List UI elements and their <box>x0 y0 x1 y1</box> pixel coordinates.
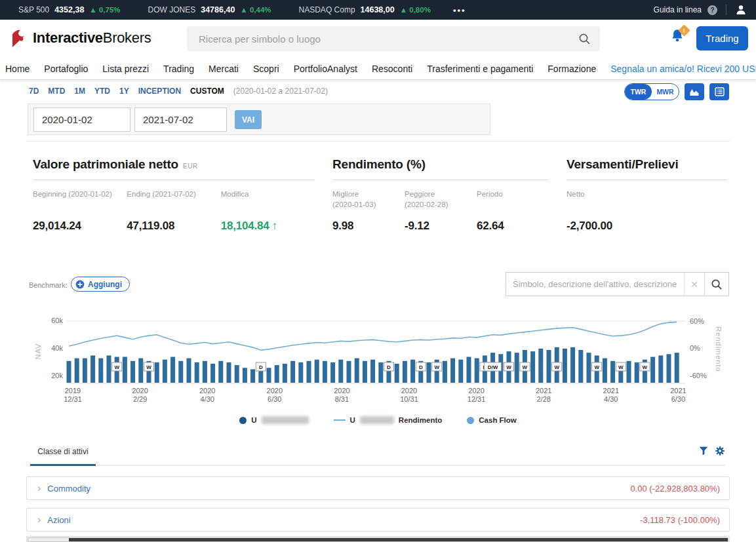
nav-bar <box>283 364 287 383</box>
row-value: -3,118.73 (-100.00%) <box>640 515 720 525</box>
period-preset-1m[interactable]: 1M <box>74 87 85 96</box>
rendimento-axis-tick: 60% <box>690 317 704 325</box>
help-icon[interactable]: ? <box>707 5 717 15</box>
nav-bar <box>538 349 543 383</box>
global-search-input[interactable] <box>199 33 578 45</box>
row-value: 0.00 (-22,928,803.80%) <box>630 484 720 494</box>
chevron-right-icon: › <box>37 483 41 494</box>
end-date-input[interactable] <box>134 107 227 132</box>
help-link[interactable]: Guida in linea <box>654 5 702 14</box>
benchmark-search-button[interactable] <box>704 273 728 296</box>
toggle-mwr[interactable]: MWR <box>652 84 679 100</box>
nav-item-home[interactable]: Home <box>5 64 30 74</box>
summary-panel-rendimento: Rendimento (%)Migliore(2020-01-03)9.98Pe… <box>332 157 549 233</box>
period-preset-mtd[interactable]: MTD <box>48 87 65 96</box>
nav-bar <box>267 368 271 383</box>
nav-item-lista-prezzi[interactable]: Lista prezzi <box>102 64 149 74</box>
ticker-more-button[interactable]: ••• <box>453 5 466 15</box>
cashflow-marker-label: W <box>114 364 119 370</box>
tab-classe-di-attivi[interactable]: Classe di attivi <box>30 447 96 456</box>
nav-bar <box>347 361 351 383</box>
nav-bar <box>675 353 679 383</box>
ticker-label: NASDAQ Comp <box>299 5 355 14</box>
x-axis-label-date: 2/28 <box>536 395 550 403</box>
nav-bar <box>243 368 247 383</box>
go-button[interactable]: VAI <box>235 110 262 129</box>
period-selector: 7DMTD1MYTD1YINCEPTION CUSTOM (2020-01-02… <box>29 87 328 96</box>
nav-item-trasferimenti-e-pagamenti[interactable]: Trasferimenti e pagamenti <box>427 64 533 74</box>
ticker-change: ▲ 0,75% <box>89 6 120 14</box>
nav-bar <box>123 357 127 383</box>
table-view-button[interactable] <box>709 83 729 100</box>
metric-value: 18,104.84↑ <box>221 220 315 233</box>
filter-icon[interactable] <box>699 446 708 455</box>
cashflow-marker-label: W <box>523 364 528 370</box>
metric-value: 29,014.24 <box>33 220 127 233</box>
nav-item-resoconti[interactable]: Resoconti <box>372 64 412 74</box>
nav-item-trading[interactable]: Trading <box>163 64 194 74</box>
summary-panel-versamenti-prelievi: Versamenti/PrelieviNetto-2,700.00 <box>567 157 728 233</box>
cashflow-marker-label: D <box>387 364 391 370</box>
nav-item-portfolioanalyst[interactable]: PortfolioAnalyst <box>294 64 357 74</box>
trading-button[interactable]: Trading <box>696 26 748 50</box>
x-axis-label-date: 6/30 <box>671 395 685 403</box>
ticker-item[interactable]: DOW JONES34786,40▲ 0,44% <box>148 5 271 14</box>
nav-bar <box>155 362 159 383</box>
add-benchmark-button[interactable]: Aggiungi <box>71 277 130 292</box>
nav-bar <box>90 355 95 383</box>
list-view-icon <box>715 87 725 96</box>
period-preset-ytd[interactable]: YTD <box>94 87 110 96</box>
ticker-list: S&P 5004352,38▲ 0,75%DOW JONES34786,40▲ … <box>18 5 431 14</box>
row-label[interactable]: Commodity <box>47 484 90 494</box>
ticker-item[interactable]: NASDAQ Comp14638,00▲ 0,80% <box>299 5 431 14</box>
chart-canvas[interactable]: 60k40k20k60%0%-60%NAVRendimentoWWDDDWDD/… <box>26 312 730 407</box>
toggle-twr[interactable]: TWR <box>625 84 652 100</box>
benchmark-search-input[interactable] <box>506 273 684 296</box>
clear-search-icon[interactable]: ✕ <box>684 273 704 296</box>
period-preset-1y[interactable]: 1Y <box>119 87 129 96</box>
logo-bold: Interactive <box>33 29 103 46</box>
nav-bar <box>450 358 455 383</box>
legend-item-nav[interactable]: U <box>239 416 308 424</box>
panel-divider <box>567 180 728 180</box>
ticker-item[interactable]: S&P 5004352,38▲ 0,75% <box>18 5 121 14</box>
gear-icon[interactable] <box>715 446 725 456</box>
metric-label: Periodo <box>477 189 549 210</box>
period-preset-7d[interactable]: 7D <box>29 87 39 96</box>
nav-bar <box>458 360 463 383</box>
x-axis-label-year: 2020 <box>401 387 417 395</box>
notifications-button[interactable]: ! <box>670 28 694 49</box>
nav-bar <box>467 357 471 383</box>
cashflow-marker-label: W <box>434 364 439 370</box>
legend-item-cashflow[interactable]: Cash Flow <box>467 416 517 424</box>
nav-item-formazione[interactable]: Formazione <box>547 64 596 74</box>
x-axis-label-year: 2020 <box>334 387 349 395</box>
chart-view-button[interactable] <box>685 83 704 100</box>
rendimento-axis-tick: 0% <box>690 344 700 352</box>
metric-modifica: Modifica18,104.84↑ <box>221 189 315 233</box>
user-icon[interactable] <box>735 4 747 16</box>
horizontal-scrollbar[interactable] <box>28 537 728 542</box>
start-date-input[interactable] <box>33 107 130 132</box>
period-custom-active[interactable]: CUSTOM <box>190 87 224 96</box>
legend-item-rendimento[interactable]: URendimento <box>334 416 443 424</box>
legend-nav-dot-icon <box>239 417 247 424</box>
search-icon[interactable] <box>578 33 591 45</box>
nav-bar <box>227 362 231 383</box>
referral-promo-link[interactable]: Segnala un amica/o! Ricevi 200 USD <box>610 64 756 74</box>
active-tab-underline <box>30 464 96 466</box>
row-label[interactable]: Azioni <box>47 515 70 525</box>
metric-beginning-2020-01-02: Beginning (2020-01-02)29,014.24 <box>33 189 127 233</box>
nav-item-portafoglio[interactable]: Portafoglio <box>44 64 88 74</box>
period-preset-inception[interactable]: INCEPTION <box>138 87 181 96</box>
portfolioanalyst-page: S&P 5004352,38▲ 0,75%DOW JONES34786,40▲ … <box>0 0 756 542</box>
nav-item-mercati[interactable]: Mercati <box>209 64 239 74</box>
interactive-brokers-logo[interactable]: InteractiveBrokers <box>10 28 151 48</box>
legend-line-icon <box>334 419 346 421</box>
nav-bar <box>403 361 407 383</box>
asset-class-row-commodity[interactable]: ›Commodity0.00 (-22,928,803.80%) <box>26 476 730 500</box>
scrollbar-thumb[interactable] <box>69 538 728 541</box>
nav-item-scopri[interactable]: Scopri <box>253 64 279 74</box>
asset-class-row-azioni[interactable]: ›Azioni-3,118.73 (-100.00%) <box>26 508 730 532</box>
x-axis-label-date: 2/29 <box>133 395 147 403</box>
